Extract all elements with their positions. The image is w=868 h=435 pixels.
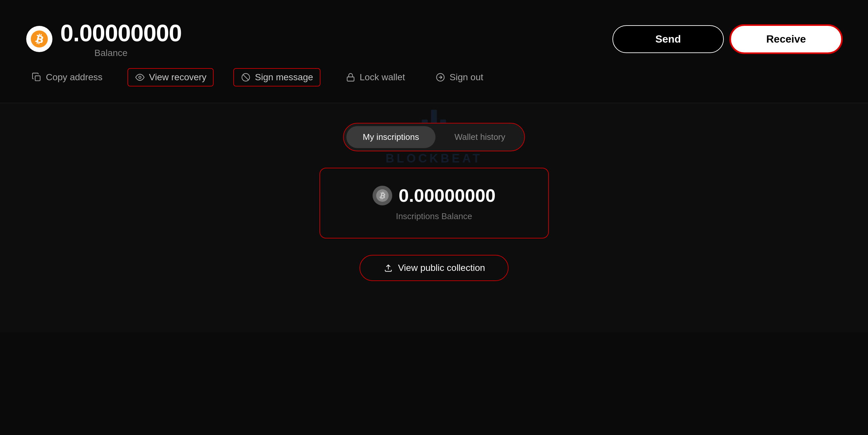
sign-out-button[interactable]: Sign out — [430, 69, 489, 86]
inscriptions-balance-row: 0.00000000 — [373, 185, 496, 206]
view-public-collection-button[interactable]: View public collection — [360, 255, 509, 281]
inscriptions-balance-amount: 0.00000000 — [399, 185, 496, 206]
sign-message-label: Sign message — [255, 72, 313, 83]
top-section: 0.00000000 Balance Send Receive Copy add… — [0, 0, 868, 103]
inscriptions-balance-label: Inscriptions Balance — [396, 211, 472, 221]
sign-message-button[interactable]: Sign message — [233, 68, 320, 87]
copy-address-label: Copy address — [46, 72, 102, 83]
view-public-collection-label: View public collection — [398, 263, 485, 273]
bottom-section: BLOCKBEAT My inscriptions Wallet history… — [0, 103, 868, 333]
watermark-text: BLOCKBEAT — [386, 152, 482, 165]
signout-icon — [435, 72, 446, 83]
send-button[interactable]: Send — [612, 25, 724, 53]
receive-button[interactable]: Receive — [731, 25, 842, 53]
view-recovery-label: View recovery — [149, 72, 207, 83]
svg-line-4 — [243, 75, 248, 80]
tabs-container: My inscriptions Wallet history — [343, 123, 525, 151]
inscriptions-balance-card: 0.00000000 Inscriptions Balance — [319, 168, 549, 239]
balance-value-wrapper: 0.00000000 Balance — [60, 20, 182, 58]
svg-rect-5 — [347, 77, 354, 81]
copy-icon — [31, 72, 42, 83]
sign-icon — [241, 72, 251, 83]
balance-left: 0.00000000 Balance — [26, 20, 182, 58]
lock-wallet-label: Lock wallet — [360, 72, 405, 83]
btc-small-icon — [373, 186, 392, 206]
balance-row: 0.00000000 Balance Send Receive — [26, 20, 842, 58]
share-icon — [383, 263, 394, 273]
toolbar: Copy address View recovery Sign message — [26, 68, 842, 87]
svg-point-2 — [138, 76, 141, 79]
tab-my-inscriptions[interactable]: My inscriptions — [346, 126, 435, 148]
sign-out-label: Sign out — [450, 72, 483, 83]
balance-amount: 0.00000000 — [60, 20, 182, 46]
action-buttons: Send Receive — [612, 25, 842, 53]
svg-rect-1 — [35, 76, 40, 81]
lock-wallet-button[interactable]: Lock wallet — [340, 69, 410, 86]
copy-address-button[interactable]: Copy address — [26, 69, 108, 86]
lock-icon — [345, 72, 356, 83]
tab-wallet-history[interactable]: Wallet history — [438, 126, 522, 148]
eye-icon — [135, 72, 145, 83]
balance-label: Balance — [94, 48, 182, 58]
view-recovery-button[interactable]: View recovery — [127, 68, 214, 87]
btc-logo-icon — [26, 26, 53, 52]
